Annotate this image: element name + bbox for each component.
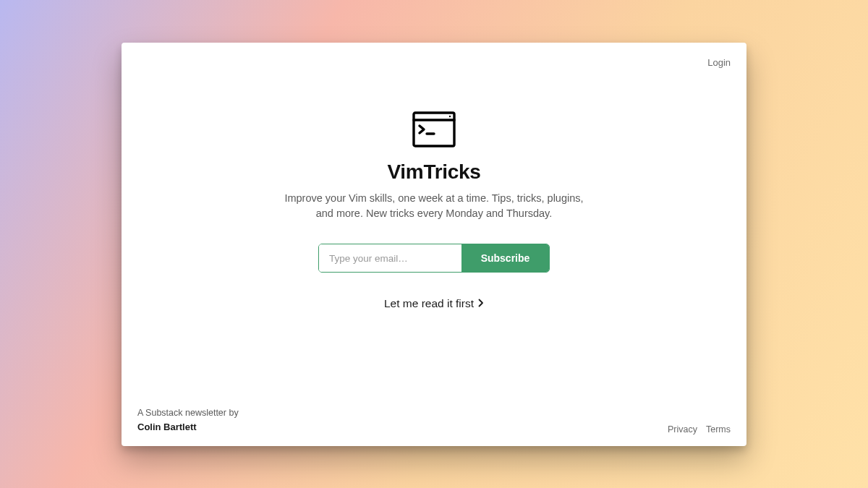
footer-links: Privacy Terms <box>668 424 731 435</box>
terminal-window-icon <box>412 111 456 147</box>
hero-content: VimTricks Improve your Vim skills, one w… <box>122 43 746 397</box>
topbar: Login <box>707 56 731 69</box>
read-first-label: Let me read it first <box>384 297 474 310</box>
page-subtitle: Improve your Vim skills, one week at a t… <box>282 191 586 223</box>
privacy-link[interactable]: Privacy <box>668 424 697 435</box>
chevron-right-icon <box>478 297 484 310</box>
read-first-link[interactable]: Let me read it first <box>384 297 484 310</box>
page-title: VimTricks <box>387 160 480 184</box>
subscribe-form: Subscribe <box>318 244 550 273</box>
login-link[interactable]: Login <box>707 57 731 68</box>
svg-rect-0 <box>414 113 454 146</box>
email-input[interactable] <box>319 244 461 272</box>
footer-byline: A Substack newsletter by Colin Bartlett <box>137 406 239 434</box>
byline-prefix: A Substack newsletter by <box>137 406 239 420</box>
terms-link[interactable]: Terms <box>706 424 731 435</box>
byline-author[interactable]: Colin Bartlett <box>137 420 239 435</box>
newsletter-card: Login VimTricks Improve your Vim skills,… <box>122 43 746 446</box>
footer: A Substack newsletter by Colin Bartlett … <box>122 396 746 445</box>
svg-point-2 <box>449 115 451 116</box>
subscribe-button[interactable]: Subscribe <box>461 244 549 272</box>
